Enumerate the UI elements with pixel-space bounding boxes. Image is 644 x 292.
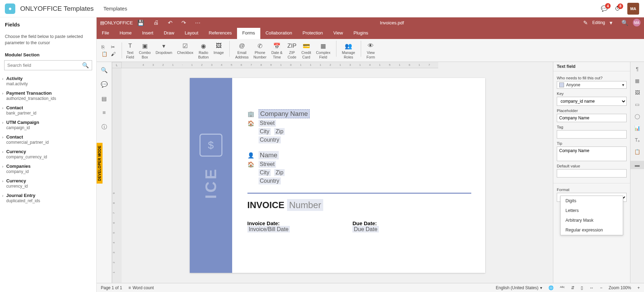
editing-label[interactable]: Editing [592,20,605,25]
format-option[interactable]: Regular expression [561,225,623,235]
shape-icon[interactable]: ◯ [635,113,640,119]
invoice-date-field[interactable]: Invoice/Bill Date [247,226,290,232]
undo-icon[interactable]: ↶ [168,19,172,26]
tab-file[interactable]: File [97,28,114,39]
street-field[interactable]: Street [259,120,276,127]
document-page[interactable]: $ ICE 🏢Company Name 🏠Street City Zip Cou… [190,78,485,273]
name-field[interactable]: Name [259,151,279,159]
tab-protection[interactable]: Protection [297,28,328,39]
zip-field[interactable]: Zip [274,128,285,135]
city2-field[interactable]: City [259,169,271,176]
search-icon[interactable]: 🔍 [79,61,92,70]
tool-combo-box[interactable]: ▣ComboBox [138,41,152,60]
header-icon[interactable]: ▭ [635,102,639,107]
who-select[interactable]: Anyone ▾ [557,81,627,89]
tab-references[interactable]: References [204,28,237,39]
table-icon[interactable]: ▦ [635,78,639,84]
page-status[interactable]: Page 1 of 1 [101,285,122,290]
avatar[interactable]: MA [627,3,639,15]
redo-icon[interactable]: ↷ [181,19,186,26]
edit-mode-icon[interactable]: ✎ [583,19,588,26]
form-settings-tab[interactable]: ▬ [630,161,644,169]
search-icon[interactable]: 🔍 [621,19,628,26]
format-option[interactable]: Digits [561,196,623,206]
tab-draw[interactable]: Draw [158,28,179,39]
tool-zip-code[interactable]: ZIPZIPCode [286,41,298,60]
paragraph-icon[interactable]: ¶ [636,66,639,72]
zoom-out[interactable]: − [600,285,602,290]
chat-notification[interactable]: 💬 4 [601,5,608,12]
field-item[interactable]: Companiescompany_id [0,161,96,176]
tool-credit-card[interactable]: 💳CreditCard [300,41,312,60]
find-icon[interactable]: 🔍 [101,67,108,73]
tool-dropdown[interactable]: ▾Dropdown [154,41,174,55]
spellcheck-icon[interactable]: 🌐 [548,285,554,290]
fit-page-icon[interactable]: ▯ [581,285,583,290]
field-search[interactable]: 🔍 [4,60,92,70]
tool-image[interactable]: 🖼Image [212,41,225,55]
tab-collaboration[interactable]: Collaboration [260,28,297,39]
field-item[interactable]: Activitymail.activity [0,74,96,88]
format-option[interactable]: Letters [561,206,623,215]
tool-view-form[interactable]: 👁ViewForm [365,41,377,60]
chevron-down-icon[interactable]: ▾ [610,19,612,26]
tab-layout[interactable]: Layout [180,28,204,39]
field-item[interactable]: Currencycurrency_id [0,176,96,191]
ruler-horizontal[interactable]: 4321·1234567891011121314151617 [122,62,438,68]
tab-view[interactable]: View [328,28,348,39]
country-field[interactable]: Country [259,136,281,143]
tool-phone-number[interactable]: ✆PhoneNumber [252,41,268,60]
image-icon[interactable]: 🖼 [635,90,640,95]
print-icon[interactable]: 🖨 [153,19,159,26]
company-name-field[interactable]: Company Name [259,109,310,118]
zoom-label[interactable]: Zoom 100% [609,285,631,290]
format-dropdown-open[interactable]: DigitsLettersArbitrary MaskRegular expre… [560,196,623,235]
tab-plugins[interactable]: Plugins [348,28,374,39]
field-item[interactable]: Payment Transactionauthorized_transactio… [0,88,96,103]
field-item[interactable]: Contactbank_partner_id [0,103,96,118]
field-item[interactable]: Journal Entryduplicated_ref_ids [0,191,96,205]
tool-email-address[interactable]: @EmailAddress [234,41,250,60]
tracking-icon[interactable]: ⇵ [571,285,574,290]
save-icon[interactable]: 💾 [137,19,144,26]
field-item[interactable]: UTM Campaigncampaign_id [0,118,96,132]
user-badge[interactable]: MA [633,19,641,26]
tool-date-&-time[interactable]: 📅Date &Time [270,41,284,60]
templates-link[interactable]: Templates [104,6,127,11]
tip-input[interactable]: Company Name [557,147,627,161]
clock-notification[interactable]: ⏱ 8 [615,6,620,12]
abc-icon[interactable]: ᴬᴮᶜ [560,285,565,290]
cut-icon[interactable]: ✂ [111,44,117,50]
placeholder-input[interactable] [557,114,627,122]
tool-manage-roles[interactable]: 👥ManageRoles [341,41,357,60]
chat-icon[interactable]: ▤ [101,95,107,102]
field-item[interactable]: Contactcommercial_partner_id [0,132,96,147]
search-input[interactable] [5,61,79,70]
word-count[interactable]: ≡Word count [128,285,154,290]
copy-icon[interactable]: ⎘ [101,44,107,50]
country2-field[interactable]: Country [259,177,281,184]
key-select[interactable]: company_id name [557,97,627,106]
zoom-in[interactable]: + [637,285,640,290]
more-icon[interactable]: ⋯ [195,19,201,26]
chart-icon[interactable]: 📊 [634,125,640,131]
tab-insert[interactable]: Insert [137,28,159,39]
fit-width-icon[interactable]: ↔ [589,285,594,290]
tool-checkbox[interactable]: ☑Checkbox [176,41,195,55]
textart-icon[interactable]: Tₐ [635,137,640,143]
format-option[interactable]: Arbitrary Mask [561,215,623,225]
field-item[interactable]: Currencycompany_currency_id [0,147,96,161]
invoice-number-field[interactable]: Number [287,199,323,211]
tab-forms[interactable]: Forms [237,28,260,39]
due-date-field[interactable]: Due Date [352,226,379,232]
tool-radio-button[interactable]: ◉RadioButton [197,41,210,60]
paste-icon[interactable]: 📋 [101,51,107,57]
format-painter-icon[interactable]: 🖌 [111,51,117,57]
tool-complex-field[interactable]: ▦ComplexField [315,41,332,60]
city-field[interactable]: City [259,128,271,135]
info-icon[interactable]: ⓘ [101,124,107,131]
headings-icon[interactable]: ≡ [103,110,106,116]
tool-text-field[interactable]: TTextField [125,41,136,60]
street2-field[interactable]: Street [259,161,276,168]
tab-home[interactable]: Home [114,28,137,39]
